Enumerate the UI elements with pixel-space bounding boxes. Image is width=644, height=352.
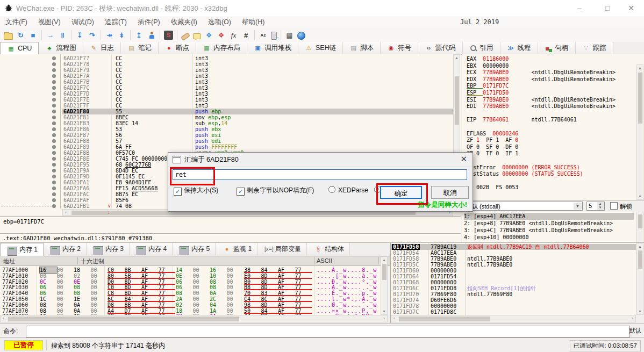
register-line[interactable]: EDI 77B9ABE0 <ntdll.DbgUiRemoteBreakin> (467, 103, 633, 110)
breakpoint-dot-icon[interactable] (52, 198, 56, 202)
stack-hscrollbar[interactable]: ‹ › (391, 315, 636, 322)
tab-call-stack[interactable]: ▣调用堆栈 (247, 42, 298, 54)
register-line[interactable]: LastStatus 00000000 (STATUS_SUCCESS) (467, 171, 633, 178)
tab-dump-1[interactable]: 内存 1 (0, 243, 44, 256)
breakpoint-dot-icon[interactable] (52, 145, 56, 149)
stack-row[interactable]: 0171FD6000000000 (391, 268, 636, 274)
stack-row[interactable]: 0171FD6C0171FDD8指向SEH_Record[1]的指针 (391, 285, 636, 291)
tab-struct[interactable]: §结构体 (307, 243, 350, 255)
breakpoint-dot-icon[interactable] (52, 204, 56, 208)
step-out-icon[interactable]: ↡ (117, 31, 126, 40)
case-az-icon[interactable]: Az (259, 31, 268, 40)
dump-row[interactable]: 77AF10200C000E00D08DAF7706000800B08DAF77… (0, 279, 381, 285)
step-over-icon[interactable]: ↷ (88, 31, 97, 40)
tab-dump-4[interactable]: 内存 4 (130, 243, 173, 255)
tab-seh-chain[interactable]: ⚠SEH链 (298, 42, 343, 54)
register-line[interactable]: EAX 01186000 (467, 56, 633, 63)
dump-row[interactable]: 77AF100016001800C08BAF77140016003884AF77… (0, 267, 381, 273)
arguments-pane[interactable]: 1: [esp+4] A0C17EEA2: [esp+8] 77B9ABE0 <… (462, 212, 644, 243)
breakpoint-dot-icon[interactable] (52, 116, 56, 119)
tab-notes[interactable]: ▤笔记 (121, 42, 159, 54)
menu-2[interactable]: 视图(V) (33, 16, 66, 28)
stop-icon[interactable]: ■ (28, 31, 38, 40)
disasm-row[interactable]: 6AD21F79CCint3 (0, 67, 454, 73)
registers-pane[interactable]: EAX 01186000 EBX 00000000 ECX 77B9ABE0 <… (462, 54, 644, 200)
register-line[interactable]: LastError 00000000 (ERROR_SUCCESS) (467, 164, 633, 171)
chevron-down-icon[interactable]: ▼ (574, 203, 582, 210)
minimize-button[interactable]: – (568, 0, 591, 16)
settings-s-icon[interactable]: S (164, 31, 173, 40)
disasm-row[interactable]: 6AD21F818BECmov ebp,esp (0, 114, 454, 120)
unlock-checkbox-box[interactable] (610, 202, 618, 210)
register-line[interactable]: ESP 0171FD50 (467, 90, 633, 97)
breakpoint-dot-icon[interactable] (52, 133, 56, 137)
dump-hscrollbar[interactable]: ‹ › (0, 315, 388, 322)
debuggee-phone-icon[interactable] (271, 32, 277, 40)
dump-row[interactable]: 77AF106008000A00D88BAF7702000400988DAF77… (0, 302, 381, 308)
breakpoint-dot-icon[interactable] (52, 62, 56, 66)
disasm-row[interactable]: 6AD21F8756push esi (0, 132, 454, 138)
register-line[interactable]: ECX 77B9ABE0 <ntdll.DbgUiRemoteBreakin> (467, 69, 633, 76)
disasm-row[interactable]: 6AD21F8055push ebp (0, 109, 454, 114)
dump-row[interactable]: 77AF101000000200805BAF770E001000E08DAF77… (0, 273, 381, 279)
disasm-row[interactable]: 6AD21F8653push ebx (0, 126, 454, 132)
menu-4[interactable]: 追踪(T) (99, 16, 132, 28)
stack-row[interactable]: 0171FD7C0171FD8C (391, 309, 636, 315)
stack-pane[interactable]: 0171FD5077B9AC19返回到 ntdll.77B9AC19 自 ntd… (391, 242, 636, 315)
register-line[interactable]: EDX 77B9ABE0 <ntdll.DbgUiRemoteBreakin> (467, 76, 633, 83)
tab-dump-3[interactable]: 内存 3 (87, 243, 130, 255)
dialog-close-icon[interactable]: ✕ (460, 154, 467, 164)
tab-log[interactable]: ✎日志 (83, 42, 121, 54)
register-line[interactable] (467, 110, 633, 117)
breakpoint-dot-icon[interactable] (52, 56, 56, 60)
register-line[interactable] (467, 178, 633, 185)
tab-script[interactable]: ▤脚本 (343, 42, 381, 54)
argument-line[interactable]: 2: [esp+8] 77B9ABE0 <ntdll.DbgUiRemoteBr… (464, 220, 641, 227)
fill-nop-checkbox[interactable]: ✓剩余字节以NOP填充(F) (237, 186, 314, 196)
stack-row[interactable]: 0171FD640171FD54 (391, 274, 636, 279)
breakpoint-dot-icon[interactable] (52, 157, 56, 161)
disasm-row[interactable]: 6AD21F896A FFpush FFFFFFFF (0, 144, 454, 150)
tab-watch-1[interactable]: ●监视 1 (216, 243, 257, 255)
breakpoint-dot-icon[interactable] (52, 192, 56, 196)
tab-source[interactable]: ‹›源代码 (418, 42, 463, 54)
register-line[interactable]: CF 0 TF 0 IF 1 (467, 150, 633, 157)
breakpoint-dot-icon[interactable] (52, 74, 56, 78)
dump-row[interactable]: 77AF103006000800C08DAF7706000800B88DAF77… (0, 284, 381, 290)
assemble-instruction-input[interactable] (173, 169, 467, 180)
register-line[interactable]: EFLAGS 00000246 (467, 131, 633, 138)
args-count-stepper[interactable]: 5 ▲▼ (586, 202, 605, 211)
stack-row[interactable]: 0171FD5077B9AC19返回到 ntdll.77B9AC19 自 ntd… (391, 244, 636, 250)
disasm-row[interactable]: 6AD21F7CCCint3 (0, 85, 454, 91)
register-line[interactable]: GS 002B FS 0053 (467, 184, 633, 191)
argument-line[interactable]: 4: [esp+10] 00000000 (464, 234, 641, 241)
dump-row[interactable]: 77AF10501C001E006C84AF772A002C00C48CAF77… (0, 296, 381, 302)
memory-dump-pane[interactable]: 77AF100016001800C08BAF77140016003884AF77… (0, 266, 381, 315)
stack-row[interactable]: 0171FD7077B69F80ntdll.77B69F80 (391, 291, 636, 297)
breakpoint-dot-icon[interactable] (52, 163, 56, 167)
breakpoint-dot-icon[interactable] (52, 92, 56, 96)
run-to-user-code-icon[interactable]: ↥ (134, 31, 144, 40)
hash-icon[interactable]: # (241, 31, 251, 40)
breakpoint-dot-icon[interactable] (52, 98, 56, 102)
menu-1[interactable]: 文件(F) (0, 16, 33, 28)
restart-icon[interactable]: ↻ (16, 31, 25, 40)
menu-6[interactable]: 收藏夹(I) (166, 16, 203, 28)
disasm-row[interactable]: 6AD21F77CCint3 (0, 55, 454, 61)
dump-row[interactable]: 77AF104006000800C88DAF7708000A007083AF77… (0, 290, 381, 296)
disasm-row[interactable]: 6AD21F78CCint3 (0, 61, 454, 67)
dialog-title-bar[interactable]: 汇编于 6AD21F80 ✕ (168, 153, 473, 167)
maximize-button[interactable]: □ (596, 0, 619, 16)
calling-convention-select[interactable]: 默认 (stdcall) ▼ (463, 202, 583, 211)
tab-symbols[interactable]: ◉符号 (381, 42, 418, 54)
register-line[interactable] (467, 157, 633, 164)
disasm-row[interactable]: 6AD21F7ECCint3 (0, 97, 454, 103)
args-vscrollbar[interactable] (636, 212, 643, 243)
breakpoint-dot-icon[interactable] (52, 175, 56, 178)
register-line[interactable]: EBP 0171FD7C (467, 83, 633, 90)
keep-size-checkbox[interactable]: ✓保持大小(S) (174, 186, 218, 196)
stack-row[interactable]: 0171FD6800000000 (391, 279, 636, 285)
disasm-row[interactable]: 6AD21F7BCCint3 (0, 79, 454, 85)
stack-row[interactable]: 0171FD54A0C17EEA (391, 250, 636, 256)
globe-icon[interactable] (297, 32, 305, 40)
